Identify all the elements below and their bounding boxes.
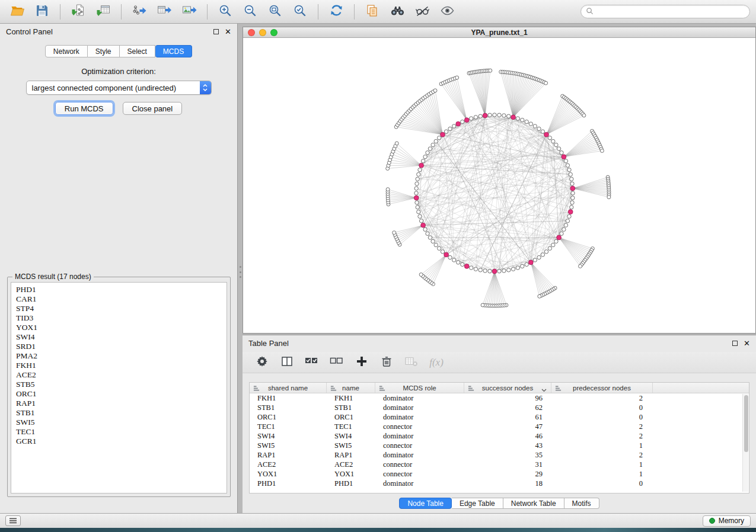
table-row[interactable]: YOX1YOX1connector291 [250, 469, 749, 479]
copy-document-button[interactable] [361, 2, 384, 21]
column-label: successor nodes [482, 384, 533, 392]
column-header-MCDS-role[interactable]: MCDS role [375, 383, 464, 393]
export-network-button[interactable] [128, 2, 151, 21]
add-column-button[interactable] [352, 354, 372, 371]
column-header-name[interactable]: name [327, 383, 375, 393]
mcds-result-node[interactable]: YOX1 [16, 323, 227, 332]
tab-network[interactable]: Network [45, 45, 88, 57]
unselect-all-button[interactable] [327, 354, 347, 371]
cell-name: SWI5 [327, 441, 375, 450]
mcds-result-node[interactable]: TEC1 [16, 427, 227, 437]
table-row[interactable]: FKH1FKH1dominator962 [250, 393, 749, 403]
refresh-button[interactable] [325, 2, 347, 21]
cell-MCDS-role: dominator [375, 412, 464, 422]
find-binoculars-button[interactable] [386, 2, 409, 21]
column-header-successor-nodes[interactable]: successor nodes [464, 383, 551, 393]
table-toolbar: f(x) [243, 352, 756, 373]
tab-motifs[interactable]: Motifs [564, 498, 599, 509]
mcds-result-node[interactable]: ORC1 [16, 389, 227, 399]
show-hide-eye-button[interactable] [436, 2, 458, 21]
table-row[interactable]: STB1STB1dominator620 [250, 403, 749, 412]
cell-name: FKH1 [327, 393, 375, 403]
show-columns-button[interactable] [277, 354, 297, 371]
refresh-icon [330, 4, 343, 20]
optimization-criterion-select[interactable]: largest connected component (undirected) [26, 81, 212, 95]
close-panel-button[interactable]: Close panel [123, 102, 183, 115]
tab-mcds[interactable]: MCDS [155, 45, 192, 57]
column-header-predecessor-nodes[interactable]: predecessor nodes [551, 383, 653, 393]
mcds-result-node[interactable]: GCR1 [16, 437, 227, 446]
tab-node-table[interactable]: Node Table [399, 498, 452, 509]
scrollbar-thumb[interactable] [744, 395, 748, 452]
gear-button[interactable] [252, 354, 272, 371]
close-panel-icon[interactable]: ✕ [225, 28, 231, 36]
zoom-in-button[interactable] [214, 2, 237, 21]
memory-button[interactable]: Memory [703, 515, 751, 527]
graphics-details-icon [415, 4, 430, 20]
table-row[interactable]: ORC1ORC1dominator610 [250, 412, 749, 422]
open-folder-button[interactable] [6, 2, 28, 21]
mcds-result-node[interactable]: STB5 [16, 380, 227, 389]
run-mcds-button[interactable]: Run MCDS [55, 102, 113, 115]
mcds-result-node[interactable]: ACE2 [16, 370, 227, 380]
mcds-result-node[interactable]: SWI5 [16, 418, 227, 427]
mcds-result-node[interactable]: TID3 [16, 313, 227, 323]
tab-edge-table[interactable]: Edge Table [452, 498, 503, 509]
panel-splitter-handle[interactable] [238, 264, 242, 280]
mcds-result-node[interactable]: RAP1 [16, 399, 227, 408]
cell-successor-nodes: 96 [464, 393, 551, 403]
mcds-result-list[interactable]: PHD1CAR1STP4TID3YOX1SWI4SRD1PMA2FKH1ACE2… [11, 282, 227, 493]
status-menu-button[interactable] [5, 515, 21, 526]
zoom-fit-button[interactable] [264, 2, 286, 21]
import-table-button[interactable] [92, 2, 114, 21]
search-input[interactable] [597, 8, 745, 16]
tab-style[interactable]: Style [88, 45, 120, 57]
delete-button[interactable] [377, 354, 397, 371]
import-table-icon [96, 4, 111, 20]
dropdown-stepper-icon [200, 81, 211, 94]
export-network-icon [132, 4, 147, 20]
table-panel-header: Table Panel ✕ [243, 335, 756, 351]
cell-MCDS-role: connector [375, 441, 464, 450]
cell-successor-nodes: 35 [464, 450, 551, 460]
network-canvas[interactable] [243, 38, 755, 333]
mcds-result-node[interactable]: FKH1 [16, 361, 227, 370]
graphics-details-button[interactable] [411, 2, 433, 21]
import-file-button[interactable] [67, 2, 90, 21]
cell-name: ORC1 [327, 412, 375, 422]
mcds-result-node[interactable]: STB1 [16, 408, 227, 418]
table-row[interactable]: RAP1RAP1dominator352 [250, 450, 749, 460]
close-table-panel-icon[interactable]: ✕ [744, 339, 750, 347]
mcds-result-node[interactable]: SRD1 [16, 342, 227, 351]
table-panel-tabs: Node TableEdge TableNetwork TableMotifs [243, 498, 756, 509]
tab-network-table[interactable]: Network Table [503, 498, 564, 509]
export-image-button[interactable] [178, 2, 200, 21]
float-panel-icon[interactable] [213, 29, 219, 34]
table-vertical-scrollbar[interactable] [742, 394, 748, 492]
tab-select[interactable]: Select [120, 45, 155, 57]
float-table-panel-icon[interactable] [732, 341, 738, 346]
network-window-title: YPA_prune.txt_1 [243, 28, 755, 37]
export-table-button[interactable] [153, 2, 176, 21]
mcds-result-node[interactable]: CAR1 [16, 294, 227, 304]
table-row[interactable]: PHD1PHD1dominator180 [250, 479, 749, 488]
control-panel-title: Control Panel [6, 27, 53, 36]
table-row[interactable]: SWI4SWI4dominator462 [250, 431, 749, 441]
cell-name: ACE2 [327, 460, 375, 469]
mcds-result-node[interactable]: PHD1 [16, 285, 227, 294]
column-header-shared-name[interactable]: shared name [250, 383, 327, 393]
mcds-result-node[interactable]: STP4 [16, 304, 227, 313]
zoom-selected-button[interactable] [289, 2, 311, 21]
save-button[interactable] [31, 2, 53, 21]
mcds-result-node[interactable]: PMA2 [16, 351, 227, 361]
table-row[interactable]: SWI5SWI5connector431 [250, 441, 749, 450]
select-all-button[interactable] [302, 354, 322, 371]
network-window-titlebar[interactable]: YPA_prune.txt_1 [243, 27, 755, 38]
search-box[interactable] [580, 5, 750, 18]
zoom-out-button[interactable] [239, 2, 261, 21]
table-row[interactable]: ACE2ACE2connector311 [250, 460, 749, 469]
main-toolbar [0, 0, 756, 24]
table-row[interactable]: TEC1TEC1connector472 [250, 422, 749, 431]
cell-MCDS-role: connector [375, 422, 464, 431]
mcds-result-node[interactable]: SWI4 [16, 332, 227, 342]
